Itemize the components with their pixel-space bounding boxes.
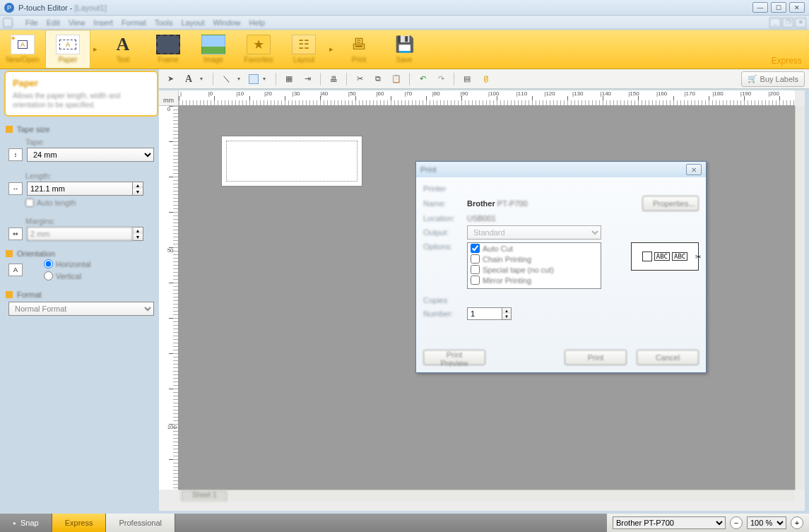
menu-layout[interactable]: Layout — [181, 18, 204, 27]
ribbon-frame[interactable]: Frame — [146, 30, 191, 69]
cancel-button[interactable]: Cancel — [637, 350, 699, 365]
shape-dropdown[interactable]: ▾ — [263, 76, 270, 82]
menu-window[interactable]: Window — [213, 18, 240, 27]
mode-snap[interactable]: ⭑Snap — [0, 514, 52, 532]
redo-tool[interactable]: ↷ — [434, 72, 448, 86]
name-key: Name: — [423, 199, 461, 208]
ribbon-image[interactable]: Image — [191, 30, 236, 69]
menu-insert[interactable]: Insert — [93, 18, 113, 27]
tape-width-icon: ↕ — [8, 148, 23, 161]
align-tool[interactable]: ⇥ — [300, 72, 314, 86]
ribbon-paper[interactable]: A Paper — [45, 30, 90, 69]
zoom-in-button[interactable]: + — [791, 516, 803, 529]
vertical-scrollbar[interactable] — [795, 106, 805, 490]
number-key: Number: — [423, 309, 461, 318]
ribbon-layout[interactable]: ☷Layout — [281, 30, 326, 69]
undo-tool[interactable]: ↶ — [415, 72, 430, 86]
menu-help[interactable]: Help — [249, 18, 266, 27]
zoom-select[interactable]: 100 % — [747, 516, 786, 529]
menu-edit[interactable]: Edit — [47, 18, 60, 27]
paper-card: Paper Allows the paper length, width and… — [4, 71, 158, 117]
window-titlebar: P P-touch Editor - [Layout1] — ☐ ✕ — [0, 0, 809, 16]
mdi-minimize-button[interactable]: _ — [769, 18, 781, 28]
maximize-button[interactable]: ☐ — [771, 2, 786, 13]
status-bar: ⭑Snap Express Professional Brother PT-P7… — [0, 514, 809, 532]
options-list[interactable]: Auto CutChain PrintingSpecial tape (no c… — [467, 242, 601, 289]
line-tool[interactable]: ＼ — [219, 72, 233, 86]
orientation-vertical[interactable]: Vertical — [44, 270, 154, 282]
mdi-close-button[interactable]: ✕ — [795, 18, 806, 28]
print-button[interactable]: Print — [565, 350, 627, 365]
section-orientation: Orientation — [17, 249, 55, 258]
horizontal-scrollbar[interactable]: Sheet 1 — [179, 490, 795, 501]
option-auto-cut[interactable]: Auto Cut — [468, 243, 601, 254]
ribbon-save[interactable]: 💾Save — [382, 30, 427, 69]
text-dropdown[interactable]: ▾ — [200, 76, 207, 82]
mode-professional[interactable]: Professional — [106, 514, 175, 532]
auto-length-checkbox[interactable]: Auto length — [25, 199, 154, 207]
ribbon-text[interactable]: AText — [100, 30, 146, 69]
ribbon-print[interactable]: 🖶Print — [336, 30, 382, 69]
print-icon: 🖶 — [347, 35, 371, 54]
menu-file[interactable]: File — [25, 18, 38, 27]
shape-tool[interactable] — [249, 74, 259, 84]
menu-format[interactable]: Format — [122, 18, 146, 27]
status-printer-select[interactable]: Brother PT-P700 — [613, 516, 726, 529]
image-icon — [201, 35, 225, 54]
length-up[interactable]: ▲ — [133, 182, 143, 189]
properties-panel: Paper Allows the paper length, width and… — [4, 71, 158, 511]
margins-input[interactable] — [27, 227, 133, 241]
tape-select[interactable]: 24 mm — [27, 148, 154, 162]
option-chain-printing[interactable]: Chain Printing — [468, 254, 601, 264]
format-select[interactable]: Normal Format — [8, 302, 154, 316]
mdi-restore-button[interactable]: ❐ — [782, 18, 793, 28]
output-select[interactable]: Standard — [467, 225, 601, 240]
ruler-horizontal[interactable]: ||0|10|20|30|40|50|60|70|80|90|100|110|1… — [179, 90, 795, 106]
ribbon-favorites[interactable]: ★Favorites — [236, 30, 281, 69]
mode-indicator: Express — [764, 53, 809, 69]
scissors-icon: ✂ — [695, 253, 701, 261]
menu-tools[interactable]: Tools — [155, 18, 173, 27]
cut-tool[interactable]: ✂ — [353, 72, 367, 86]
option-special-tape-no-cut-[interactable]: Special tape (no cut) — [468, 264, 601, 275]
database-tool[interactable]: 🛢 — [478, 72, 492, 86]
ruler-vertical[interactable]: 050100 — [159, 106, 179, 490]
mode-express[interactable]: Express — [52, 514, 107, 532]
paper-card-desc: Allows the paper length, width and orien… — [13, 91, 150, 110]
print-tool[interactable]: 🖶 — [326, 72, 341, 86]
margins-down[interactable]: ▼ — [133, 234, 143, 240]
copy-tool[interactable]: ⧉ — [371, 72, 385, 86]
paste-tool[interactable]: 📋 — [389, 72, 403, 86]
menu-view[interactable]: View — [69, 18, 85, 27]
option-mirror-printing[interactable]: Mirror Printing — [468, 275, 601, 285]
grid-tool[interactable]: ▤ — [460, 72, 474, 86]
table-tool[interactable]: ▦ — [282, 72, 296, 86]
print-preview-thumb: ABC ABC ✂ — [631, 242, 699, 271]
copies-down[interactable]: ▼ — [502, 314, 511, 319]
dialog-titlebar[interactable]: Print ✕ — [416, 162, 706, 177]
minimize-button[interactable]: — — [752, 2, 768, 13]
folder-icon: ★ — [247, 35, 271, 54]
pointer-tool[interactable]: ➤ — [163, 72, 177, 86]
label-page[interactable] — [221, 136, 362, 187]
ribbon-expand-1[interactable]: ▸ — [90, 30, 100, 69]
close-button[interactable]: ✕ — [789, 2, 805, 13]
dialog-close-button[interactable]: ✕ — [686, 164, 702, 175]
orientation-horizontal[interactable]: Horizontal — [44, 258, 154, 270]
print-preview-button[interactable]: Print Preview — [423, 350, 485, 365]
zoom-out-button[interactable]: − — [730, 516, 743, 529]
buy-labels-button[interactable]: 🛒Buy Labels — [741, 71, 805, 87]
text-tool[interactable]: A — [182, 72, 196, 86]
copies-input[interactable] — [467, 307, 502, 320]
ribbon-new-open[interactable]: ✦ A New/Open — [0, 30, 45, 69]
margins-up[interactable]: ▲ — [133, 227, 143, 234]
length-down[interactable]: ▼ — [133, 189, 143, 195]
sheet-tab[interactable]: Sheet 1 — [182, 490, 227, 502]
app-mini-icon[interactable] — [3, 18, 13, 28]
snap-icon: ⭑ — [13, 519, 16, 528]
ribbon-expand-2[interactable]: ▸ — [326, 30, 336, 69]
length-input[interactable] — [27, 182, 133, 196]
copies-up[interactable]: ▲ — [502, 308, 511, 314]
line-dropdown[interactable]: ▾ — [237, 76, 244, 82]
properties-button[interactable]: Properties... — [642, 196, 699, 211]
